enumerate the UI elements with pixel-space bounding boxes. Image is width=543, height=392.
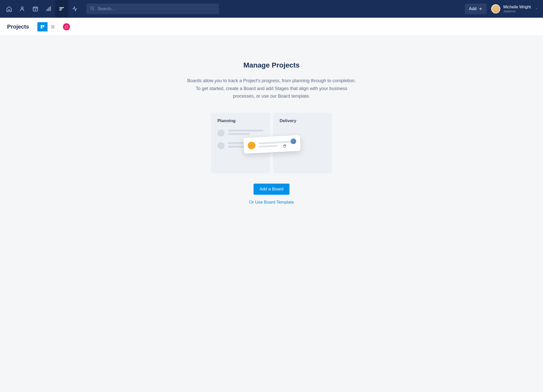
svg-rect-4 — [43, 25, 44, 27]
grab-cursor-icon — [283, 144, 287, 149]
activity-icon[interactable] — [68, 0, 81, 18]
illustration-col-title: Planning — [217, 118, 263, 123]
search-input[interactable] — [86, 4, 219, 14]
chat-icon — [64, 25, 69, 29]
list-icon — [50, 25, 55, 29]
skeleton-circle — [217, 142, 224, 149]
float-circle — [247, 141, 256, 149]
svg-point-2 — [91, 7, 93, 9]
page-title: Projects — [7, 24, 29, 30]
add-button-label: Add — [469, 6, 477, 11]
user-info: Michelle Wright Jademin — [503, 5, 531, 13]
svg-rect-3 — [41, 25, 42, 29]
add-button[interactable]: Add — [465, 4, 487, 14]
board-view-button[interactable] — [37, 22, 48, 31]
bar-chart-icon[interactable] — [42, 0, 55, 18]
svg-point-0 — [21, 7, 23, 9]
floating-card — [243, 135, 301, 154]
avatar — [491, 4, 500, 13]
search-wrapper — [86, 4, 219, 14]
gantt-icon[interactable] — [55, 0, 68, 18]
use-template-link[interactable]: Or Use Board Template — [249, 200, 294, 205]
board-icon — [40, 25, 45, 29]
nav-right: Add Michelle Wright Jademin — [465, 4, 538, 14]
calendar-check-icon[interactable] — [29, 0, 42, 18]
person-icon[interactable] — [16, 0, 29, 18]
chat-bubble-button[interactable] — [63, 23, 70, 30]
view-toggle — [37, 22, 58, 32]
list-view-button[interactable] — [48, 22, 58, 31]
sub-header: Projects — [0, 18, 543, 36]
main-description: Boards allow you to track a Project's pr… — [186, 77, 357, 100]
search-icon — [90, 6, 95, 12]
svg-rect-1 — [33, 7, 38, 11]
illustration: Planning Delivery — [211, 113, 332, 173]
user-name: Michelle Wright — [503, 5, 531, 9]
skeleton-circle — [217, 129, 224, 137]
main-content: Manage Projects Boards allow you to trac… — [0, 36, 543, 220]
skeleton-row — [217, 129, 263, 137]
add-board-button[interactable]: Add a Board — [254, 184, 290, 195]
top-nav: Add Michelle Wright Jademin — [0, 0, 543, 18]
chevron-down-icon — [535, 7, 538, 11]
user-org: Jademin — [503, 9, 531, 13]
main-title: Manage Projects — [243, 61, 300, 69]
home-icon[interactable] — [3, 0, 16, 18]
illustration-col-title: Delivery — [280, 118, 326, 123]
user-menu[interactable]: Michelle Wright Jademin — [491, 4, 538, 13]
plus-icon — [479, 7, 483, 11]
nav-icon-group — [3, 0, 81, 18]
skeleton-lines — [228, 129, 263, 137]
